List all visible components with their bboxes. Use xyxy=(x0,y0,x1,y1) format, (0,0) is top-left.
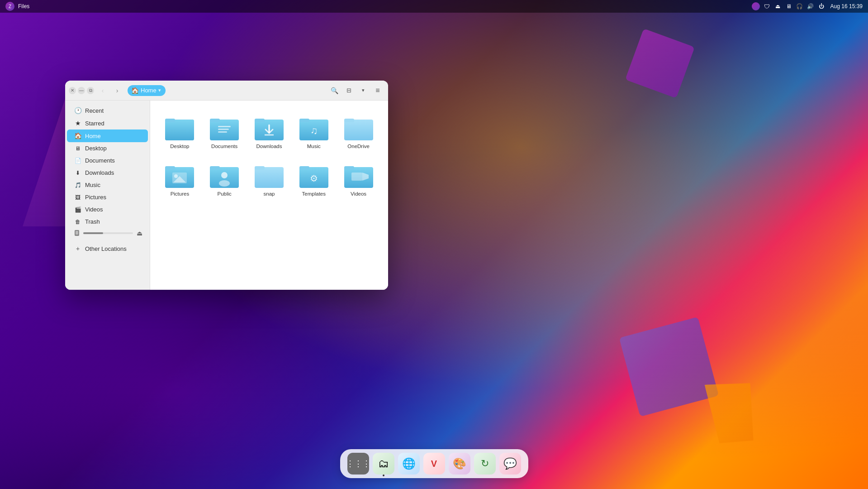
sidebar-item-videos-label: Videos xyxy=(85,206,103,213)
file-name-onedrive: OneDrive xyxy=(347,143,370,150)
svg-text:⚙: ⚙ xyxy=(310,173,318,183)
sidebar: 🕐 Recent ★ Starred 🏠 Home 🖥 Desktop 📄 Do xyxy=(65,101,150,290)
file-item-snap[interactable]: snap xyxy=(249,157,290,201)
sidebar-item-music[interactable]: 🎵 Music xyxy=(67,179,148,191)
eject-icon[interactable]: ⏏ xyxy=(774,3,782,10)
drive-eject-icon[interactable]: ⏏ xyxy=(137,230,142,237)
minimize-button[interactable]: — xyxy=(78,87,85,94)
svg-rect-32 xyxy=(299,166,309,170)
file-item-onedrive[interactable]: OneDrive xyxy=(338,110,379,153)
svg-point-28 xyxy=(219,180,230,187)
file-item-templates[interactable]: ⚙ Templates xyxy=(293,157,334,201)
topbar-left: Z Files xyxy=(5,2,29,11)
update-icon: ↻ xyxy=(481,458,489,470)
colors-icon: 🎨 xyxy=(453,457,466,470)
chat-icon: 💬 xyxy=(503,457,517,470)
file-name-music: Music xyxy=(307,143,321,150)
sidebar-drive[interactable]: ⏏ xyxy=(67,228,148,239)
sidebar-item-other-locations[interactable]: + Other Locations xyxy=(67,242,148,255)
titlebar-actions: 🔍 ⊟ ▾ ≡ xyxy=(327,84,384,97)
dock-item-colors[interactable]: 🎨 xyxy=(449,453,470,475)
folder-icon-templates: ⚙ xyxy=(299,163,328,188)
file-name-videos: Videos xyxy=(351,191,366,197)
file-item-desktop[interactable]: Desktop xyxy=(159,110,200,153)
svg-point-23 xyxy=(174,174,178,178)
location-label: Home xyxy=(141,87,157,94)
svg-rect-8 xyxy=(218,129,229,130)
view-list-button[interactable]: ⊟ xyxy=(342,84,356,97)
dock-item-files[interactable]: 🗂 xyxy=(373,453,394,475)
svg-rect-30 xyxy=(255,166,265,170)
main-content: Desktop Documents xyxy=(150,101,388,290)
taskbar-dock: ⋮⋮⋮ 🗂 🌐 V 🎨 ↻ 💬 xyxy=(340,449,528,478)
folder-icon-documents xyxy=(210,115,239,140)
folder-icon-desktop xyxy=(165,115,194,140)
location-chevron-icon: ▾ xyxy=(158,87,161,93)
menu-button[interactable]: ≡ xyxy=(371,84,384,97)
sidebar-item-starred[interactable]: ★ Starred xyxy=(67,117,148,129)
file-item-public[interactable]: Public xyxy=(204,157,245,201)
close-button[interactable]: ✕ xyxy=(69,87,76,94)
svg-rect-36 xyxy=(351,173,362,181)
folder-icon-public xyxy=(210,163,239,188)
desktop-icon: 🖥 xyxy=(74,145,81,152)
view-options-button[interactable]: ▾ xyxy=(356,84,370,97)
file-name-snap: snap xyxy=(264,191,275,197)
files-grid: Desktop Documents xyxy=(159,110,379,201)
sidebar-item-home-label: Home xyxy=(85,133,101,139)
sidebar-item-starred-label: Starred xyxy=(85,120,104,127)
dock-item-chat[interactable]: 💬 xyxy=(499,453,521,475)
dock-active-dot xyxy=(383,475,384,476)
dock-item-vivaldi[interactable]: V xyxy=(423,453,445,475)
topbar-datetime: Aug 16 15:39 xyxy=(830,3,863,10)
back-button[interactable]: ‹ xyxy=(97,85,109,96)
file-item-videos[interactable]: Videos xyxy=(338,157,379,201)
dock-item-browser[interactable]: 🌐 xyxy=(398,453,420,475)
file-item-documents[interactable]: Documents xyxy=(204,110,245,153)
restore-button[interactable]: ⧉ xyxy=(87,87,94,94)
volume-icon[interactable]: 🔊 xyxy=(807,3,814,10)
sidebar-item-downloads[interactable]: ⬇ Downloads xyxy=(67,167,148,179)
svg-rect-26 xyxy=(210,166,220,170)
sidebar-item-downloads-label: Downloads xyxy=(85,169,114,176)
chevron-down-icon: ▾ xyxy=(362,87,365,93)
sidebar-item-pictures-label: Pictures xyxy=(85,194,106,201)
window-body: 🕐 Recent ★ Starred 🏠 Home 🖥 Desktop 📄 Do xyxy=(65,101,388,290)
vivaldi-icon: V xyxy=(431,459,437,469)
shield-icon[interactable]: 🛡 xyxy=(764,3,771,10)
monitor-icon[interactable]: 🖥 xyxy=(785,3,792,10)
sidebar-item-videos[interactable]: 🎬 Videos xyxy=(67,203,148,216)
svg-rect-3 xyxy=(165,120,194,140)
sidebar-item-home[interactable]: 🏠 Home xyxy=(67,129,148,142)
starred-icon: ★ xyxy=(74,120,81,127)
music-icon: 🎵 xyxy=(74,182,81,188)
file-item-pictures[interactable]: Pictures xyxy=(159,157,200,201)
list-icon: ⊟ xyxy=(346,87,351,94)
profile-icon[interactable] xyxy=(752,2,760,10)
headphone-icon[interactable]: 🎧 xyxy=(796,3,803,10)
svg-rect-29 xyxy=(255,167,284,188)
svg-rect-11 xyxy=(255,119,265,122)
drive-usage-bar xyxy=(83,232,103,234)
activities-icon[interactable]: Z xyxy=(5,2,14,11)
file-name-documents: Documents xyxy=(211,143,237,150)
svg-text:♫: ♫ xyxy=(310,125,318,136)
topbar: Z Files 🛡 ⏏ 🖥 🎧 🔊 ⏻ Aug 16 15:39 xyxy=(0,0,868,13)
location-bar[interactable]: 🏠 Home ▾ xyxy=(128,85,166,96)
other-locations-icon: + xyxy=(74,245,81,252)
file-item-downloads[interactable]: Downloads xyxy=(249,110,290,153)
dock-item-apps[interactable]: ⋮⋮⋮ xyxy=(347,453,369,475)
forward-button[interactable]: › xyxy=(111,85,123,96)
power-icon[interactable]: ⏻ xyxy=(818,3,825,10)
dock-item-update[interactable]: ↻ xyxy=(474,453,496,475)
sidebar-item-documents[interactable]: 📄 Documents xyxy=(67,154,148,167)
sidebar-item-pictures[interactable]: 🖼 Pictures xyxy=(67,191,148,203)
topbar-app-name: Files xyxy=(18,3,29,10)
browser-icon: 🌐 xyxy=(402,457,416,470)
sidebar-item-desktop-label: Desktop xyxy=(85,145,107,152)
sidebar-item-recent[interactable]: 🕐 Recent xyxy=(67,104,148,117)
search-button[interactable]: 🔍 xyxy=(327,84,341,97)
sidebar-item-desktop[interactable]: 🖥 Desktop xyxy=(67,142,148,154)
sidebar-item-trash[interactable]: 🗑 Trash xyxy=(67,216,148,228)
file-item-music[interactable]: ♫ Music xyxy=(293,110,334,153)
